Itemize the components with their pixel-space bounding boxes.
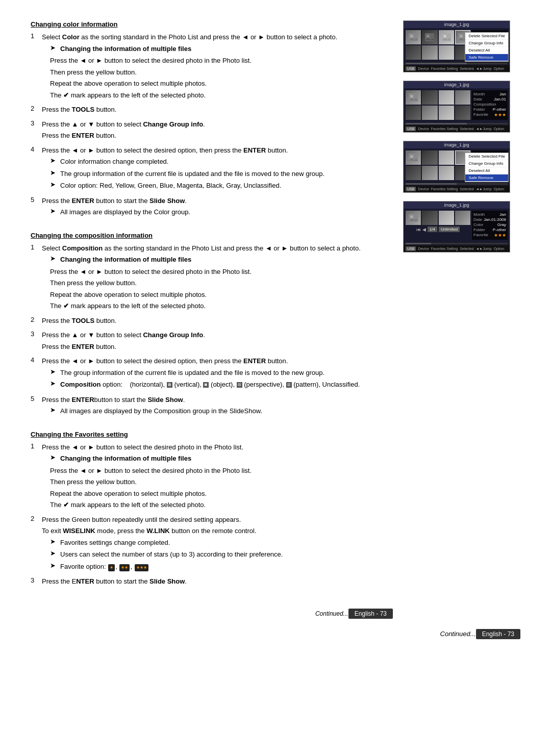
info-row: DateJan.01 [473,97,506,102]
step-num: 3 [31,330,38,353]
thumb-3 [439,211,454,225]
bottom-text-jump: ◄►Jump [476,67,492,70]
step-content: Select Composition as the sorting standa… [42,243,393,313]
progress-1 [406,63,508,64]
arrow-sym: ➤ [50,406,57,416]
info-row: Composition [473,102,506,107]
arrow-sym: ➤ [50,562,57,572]
thumb-2 [422,211,437,225]
thumb-3 [439,90,454,105]
usb-icon: USB [406,66,416,71]
section-favorites: Changing the Favorites setting 1 Press t… [31,431,393,588]
svg-point-7 [460,35,463,38]
progress-3 [406,183,508,185]
bottom-text-jump: ◄►Jump [476,127,492,131]
step-content: Press the ENTER button to start the Slid… [42,576,393,588]
progress-4 [406,243,508,244]
thumb-1 [406,90,421,105]
sub-title-item: ➤ Changing the information of multiple f… [50,453,393,464]
page-content: Changing color information 1 Select Colo… [31,20,520,619]
step-1-comp: 1 Select Composition as the sorting stan… [31,243,393,313]
step-text: Select Color as the sorting standard in … [42,32,393,42]
arrow-item: ➤ All images are displayed by the Compos… [50,406,393,416]
bottom-text-opt: Option [494,127,505,131]
arrow-item-2: ➤ The group information of the current f… [50,169,393,179]
arrow-item-1: ➤ The group information of the current f… [50,368,393,378]
arrow-item-1: ➤ Favorites settings change completed. [50,538,393,548]
arrow-sym: ➤ [50,181,57,191]
screen-info-1: MonthJan DateJan.01 Composition FolderP-… [472,30,508,60]
bottom-text-jump: ◄►Jump [476,247,492,250]
thumb-8 [455,106,470,120]
progress-bar-4 [406,243,431,244]
thumb-row2 [406,166,470,180]
thumb-5 [406,106,421,120]
bottom-text-opt: Option [494,187,505,191]
menu-item-safe: Safe Remove [465,174,508,182]
sub-line3: Repeat the above operation to select mul… [50,79,393,89]
screen-mockup-1: image_1.jpg [403,20,510,72]
info-row: MonthJan [473,92,506,96]
menu-item-safe: Safe Remove [465,54,508,61]
info-row: ColorGray [473,222,506,227]
thumb-grid-2 [406,90,470,105]
arrow-sym: ➤ [50,380,57,390]
bottom-text-fav: Favorites Setting [431,247,458,250]
progress-bar-3 [406,183,457,185]
step-5-color: 5 Press the ENTER button to start the Sl… [31,196,393,219]
arrow-item-1: ➤ Color information change completed. [50,157,393,167]
thumb-row2 [406,45,470,60]
thumb-6 [422,45,437,60]
arrow-text: The group information of the current fil… [60,169,393,179]
step-content: Press the ENTER button to start the Slid… [42,196,393,219]
usb-icon: USB [406,187,416,191]
arrow-item: ➤ All images are displayed by the Color … [50,207,393,217]
screen-info-2: MonthJan DateJan.01 Composition FolderP-… [472,90,508,120]
bottom-text-opt: Option [494,247,505,250]
step-num: 5 [31,196,38,219]
thumb-6 [422,166,437,180]
step-text: Select Composition as the sorting standa… [42,243,393,254]
bottom-text-fav: Favorites Setting [431,127,458,131]
info-row: Favorite★★★ [473,233,506,238]
step-text: Press the ◄ or ► button to select the de… [42,442,393,452]
step-num: 3 [31,576,38,588]
thumb-2 [422,90,437,105]
arrow-text: Color information change completed. [60,157,393,167]
screen-mockup-4: image_1.jpg ⏮ ◀ 1/4 [403,201,510,253]
arrow-text: Favorite option: ★, ★★, ★★★ [60,562,393,572]
step-3-comp: 3 Press the ▲ or ▼ button to select Chan… [31,330,393,353]
arrow-sym: ➤ [50,538,57,548]
step-num: 1 [31,442,38,512]
step-content: Press the ▲ or ▼ button to select Change… [42,330,393,353]
arrow-sym: ➤ [50,44,57,54]
step-num: 1 [31,243,38,313]
arrow-sym: ➤ [50,207,57,217]
screen-filename-3: image_1.jpg [444,142,469,147]
page-footer: Continued... English - 73 [31,629,520,644]
progress-bar-1 [406,63,467,64]
section-color-info: Changing color information 1 Select Colo… [31,20,393,219]
sub-line4: The ✔ mark appears to the left of the se… [50,90,393,100]
svg-point-3 [427,35,430,38]
thumb-6 [422,106,437,120]
step-2-fav: 2 Press the Green button repeatedly unti… [31,515,393,574]
step-content: Press the TOOLS button. [42,105,393,116]
bottom-text-fav: Favorites Setting [431,67,458,70]
screen-info-3: MonthJan DateJan.01:2 ColorGray FolderP-… [472,150,508,180]
bottom-text-sel: Selected [460,127,473,131]
screen-mockup-2: image_1.jpg [403,81,510,133]
svg-point-9 [410,95,413,98]
right-column-screens: image_1.jpg [403,20,520,619]
step-num: 4 [31,145,38,193]
info-row: FolderP-other [473,228,506,232]
bottom-bar-3: USB Device Favorites Setting Selected ◄►… [404,186,510,192]
step-text: Press the Green button repeatedly until … [42,515,393,525]
thumb-7 [439,106,454,120]
bottom-text-sel: Selected [460,247,473,250]
arrow-sym: ➤ [50,255,57,265]
bottom-text-opt: Option [494,67,505,70]
step-text2: To exit WISELINK mode, press the W.LINK … [42,526,393,536]
sub-heading: Changing the information of multiple fil… [60,44,393,54]
step-3-fav: 3 Press the ENTER button to start the Sl… [31,576,393,588]
